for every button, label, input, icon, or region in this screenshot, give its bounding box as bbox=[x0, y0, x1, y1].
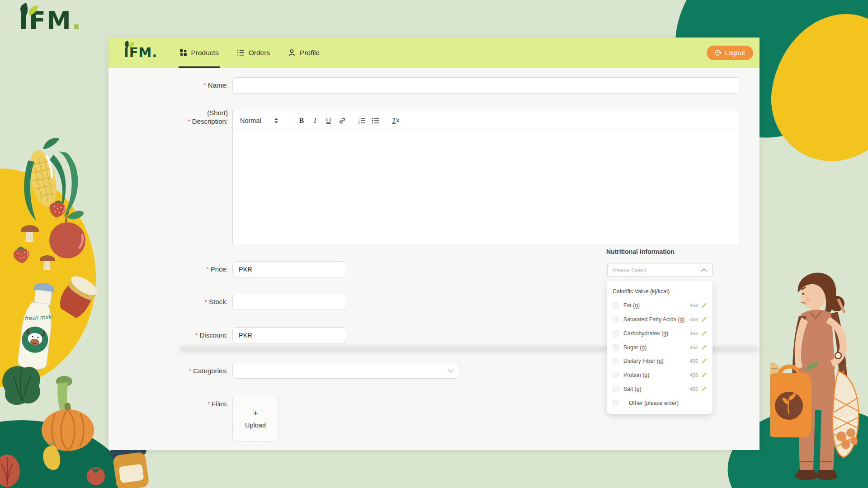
italic-button[interactable]: I bbox=[308, 115, 322, 127]
nutrition-value: 456 bbox=[690, 303, 698, 308]
main-nav: Products Orders Profile bbox=[179, 38, 320, 68]
nutrition-option-other[interactable]: Other (please enter) bbox=[607, 396, 712, 410]
nutrition-value: 456 bbox=[690, 345, 698, 350]
bullet-list-button[interactable] bbox=[369, 115, 382, 127]
link-button[interactable] bbox=[335, 115, 349, 127]
checkbox[interactable] bbox=[613, 316, 619, 323]
shopper-woman-illustration bbox=[770, 261, 868, 488]
file-upload-button[interactable]: + Upload bbox=[232, 396, 278, 442]
format-picker-label: Normal bbox=[240, 117, 261, 124]
leaf-icon bbox=[17, 2, 45, 17]
underline-button[interactable]: U bbox=[322, 115, 335, 127]
checkbox[interactable] bbox=[613, 386, 619, 392]
app-header: IFM. Products Orders bbox=[108, 38, 760, 68]
description-label: (Short) *Description: bbox=[108, 108, 228, 126]
checkbox[interactable] bbox=[613, 372, 619, 378]
plus-icon: + bbox=[253, 409, 258, 418]
clean-format-x: x bbox=[396, 118, 399, 123]
brand-logo-header: IFM. bbox=[124, 46, 158, 59]
pencil-icon[interactable] bbox=[701, 358, 707, 364]
logout-icon bbox=[715, 49, 722, 56]
checkbox[interactable] bbox=[613, 302, 619, 309]
nutrition-value: 456 bbox=[690, 358, 698, 364]
nutrition-option-saturated-fat[interactable]: Saturated Fatty Acids (g) 456 bbox=[607, 313, 712, 327]
checkbox[interactable] bbox=[613, 330, 619, 337]
nutrition-option-carbohydrates[interactable]: Carbohydrates (g) 456 bbox=[607, 326, 712, 340]
grid-icon bbox=[179, 49, 187, 56]
format-picker[interactable]: Normal bbox=[240, 117, 278, 124]
brand-dot: . bbox=[152, 45, 157, 60]
ordered-list-icon bbox=[237, 49, 245, 56]
description-editor: Normal B I U bbox=[232, 111, 740, 244]
nutrition-option-dietary-fiber[interactable]: Dietary Fiber (g) 456 bbox=[607, 354, 712, 368]
page: IFM. bbox=[0, 0, 868, 488]
nutrition-option-fat[interactable]: Fat (g) 456 bbox=[607, 299, 712, 313]
tab-products[interactable]: Products bbox=[179, 38, 219, 68]
kale-illustration bbox=[2, 366, 40, 405]
user-icon bbox=[288, 49, 296, 56]
stock-input[interactable] bbox=[232, 294, 346, 310]
nutrition-title: Nutritional Information bbox=[606, 248, 675, 255]
pencil-icon[interactable] bbox=[701, 344, 707, 351]
ordered-list-icon: 123 bbox=[358, 117, 366, 124]
nutrition-value: 456 bbox=[690, 317, 698, 322]
bullet-list-icon bbox=[372, 117, 379, 124]
pencil-icon[interactable] bbox=[701, 372, 707, 378]
pencil-icon[interactable] bbox=[701, 302, 707, 309]
pencil-icon[interactable] bbox=[701, 330, 707, 337]
tab-label: Products bbox=[191, 49, 219, 57]
logout-label: Logout bbox=[725, 49, 745, 56]
pumpkin-illustration bbox=[42, 403, 94, 451]
name-input[interactable] bbox=[232, 77, 740, 94]
price-label: *Price: bbox=[108, 261, 228, 277]
net-bag-illustration bbox=[832, 370, 859, 457]
discount-label: *Discount: bbox=[108, 327, 228, 343]
ordered-list-button[interactable]: 123 bbox=[355, 115, 369, 127]
link-icon bbox=[339, 117, 346, 124]
pencil-icon[interactable] bbox=[701, 316, 707, 323]
description-content[interactable] bbox=[233, 130, 740, 244]
pencil-icon[interactable] bbox=[701, 386, 707, 392]
svg-text:3: 3 bbox=[359, 122, 360, 124]
tab-orders[interactable]: Orders bbox=[237, 38, 270, 68]
nutrition-value: 456 bbox=[690, 331, 698, 336]
editor-toolbar: Normal B I U bbox=[233, 111, 740, 130]
tab-label: Orders bbox=[249, 49, 270, 57]
checkbox[interactable] bbox=[613, 400, 619, 406]
checkbox[interactable] bbox=[613, 358, 619, 364]
name-label: *Name: bbox=[108, 77, 228, 94]
nutrition-option-salt[interactable]: Salt (g) 456 bbox=[607, 382, 712, 396]
chevron-down-icon bbox=[448, 369, 453, 373]
leaf-icon bbox=[123, 40, 138, 49]
nutrition-option-sugar[interactable]: Sugar (g) 456 bbox=[607, 340, 712, 354]
checkbox[interactable] bbox=[613, 344, 619, 351]
tab-profile[interactable]: Profile bbox=[288, 38, 320, 68]
categories-select[interactable] bbox=[232, 363, 459, 379]
nutrition-dropdown: Calorific Value (kj/kcal) Fat (g) 456 Sa… bbox=[607, 281, 712, 414]
upload-label: Upload bbox=[245, 422, 266, 429]
clean-format-t: T bbox=[392, 117, 396, 125]
brand-dot: . bbox=[72, 6, 82, 35]
clean-format-button[interactable]: Tx bbox=[389, 115, 402, 127]
chevron-up-icon bbox=[701, 268, 707, 272]
stock-label: *Stock: bbox=[108, 294, 228, 310]
discount-input[interactable] bbox=[232, 327, 346, 343]
categories-label: *Categories: bbox=[108, 363, 228, 379]
picker-arrows-icon bbox=[274, 117, 278, 124]
nutrition-select[interactable]: Please Select bbox=[607, 263, 712, 277]
nutrition-option-protein[interactable]: Protein (g) 456 bbox=[607, 368, 712, 382]
tomato-illustration bbox=[87, 467, 105, 485]
nutrition-value: 456 bbox=[690, 372, 698, 378]
bold-button[interactable]: B bbox=[295, 115, 308, 127]
main-panel: IFM. Products Orders bbox=[108, 38, 760, 450]
brand-logo-large: IFM. bbox=[19, 6, 82, 36]
nutrition-select-placeholder: Please Select bbox=[613, 267, 646, 273]
files-label: *Files: bbox=[108, 399, 228, 408]
tab-label: Profile bbox=[300, 49, 320, 57]
nutrition-option-calorific[interactable]: Calorific Value (kj/kcal) bbox=[607, 285, 712, 299]
logout-button[interactable]: Logout bbox=[707, 46, 753, 60]
price-input[interactable] bbox=[232, 261, 346, 277]
nutrition-value: 456 bbox=[690, 386, 698, 392]
